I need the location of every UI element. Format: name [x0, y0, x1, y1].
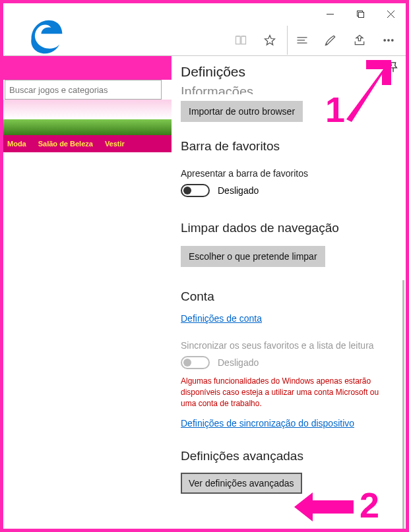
minimize-button[interactable] [315, 3, 345, 24]
advanced-heading: Definições avançadas [181, 449, 394, 463]
svg-rect-2 [358, 12, 363, 17]
page-nav: Moda Salão de Beleza Vestir [3, 135, 172, 152]
more-menu-icon[interactable] [374, 26, 403, 55]
search-input[interactable] [9, 85, 157, 95]
show-favorites-label: Apresentar a barra de favoritos [181, 168, 394, 179]
favorite-star-icon[interactable] [255, 26, 284, 55]
browser-window: Moda Salão de Beleza Vestir Definições I… [3, 3, 406, 529]
page-search-box[interactable] [5, 80, 162, 100]
sync-toggle-state: Desligado [218, 357, 259, 368]
svg-point-9 [384, 39, 386, 41]
favorites-bar-heading: Barra de favoritos [181, 139, 394, 154]
account-heading: Conta [181, 289, 394, 304]
web-note-icon[interactable] [316, 26, 345, 55]
page-banner-sky [3, 100, 172, 119]
nav-item[interactable]: Moda [7, 140, 26, 148]
share-icon[interactable] [345, 26, 374, 55]
device-sync-link[interactable]: Definições de sincronização do dispositi… [181, 418, 354, 429]
hub-icon[interactable] [287, 26, 316, 55]
account-settings-link[interactable]: Definições de conta [181, 313, 262, 324]
close-button[interactable] [375, 3, 406, 24]
choose-clear-button[interactable]: Escolher o que pretende limpar [181, 246, 325, 267]
reading-view-icon[interactable] [226, 26, 255, 55]
page-header-bar [3, 56, 172, 80]
edge-logo-icon [26, 16, 66, 59]
nav-item[interactable]: Salão de Beleza [38, 140, 93, 148]
webpage-preview: Moda Salão de Beleza Vestir [3, 56, 172, 529]
sync-label: Sincronizar os seus favoritos e a lista … [181, 340, 394, 351]
nav-item[interactable]: Vestir [105, 140, 125, 148]
page-banner-grass [3, 119, 172, 135]
clear-data-heading: Limpar dados de navegação [181, 221, 394, 235]
sync-warning-text: Algumas funcionalidades do Windows apena… [181, 376, 394, 409]
truncated-section-heading: Informações [181, 82, 394, 94]
advanced-settings-button[interactable]: Ver definições avançadas [181, 473, 302, 494]
settings-panel: Definições Informações Importar de outro… [172, 56, 406, 529]
svg-point-10 [388, 39, 390, 41]
content-area: Moda Salão de Beleza Vestir Definições I… [3, 56, 406, 529]
import-browser-button[interactable]: Importar de outro browser [181, 101, 303, 122]
sync-toggle [181, 356, 210, 369]
svg-point-11 [392, 39, 394, 41]
favorites-bar-toggle-state: Desligado [218, 185, 259, 196]
panel-scrollbar[interactable] [402, 280, 404, 529]
favorites-bar-toggle[interactable] [181, 184, 210, 197]
maximize-button[interactable] [345, 3, 375, 24]
panel-title: Definições [181, 64, 394, 80]
